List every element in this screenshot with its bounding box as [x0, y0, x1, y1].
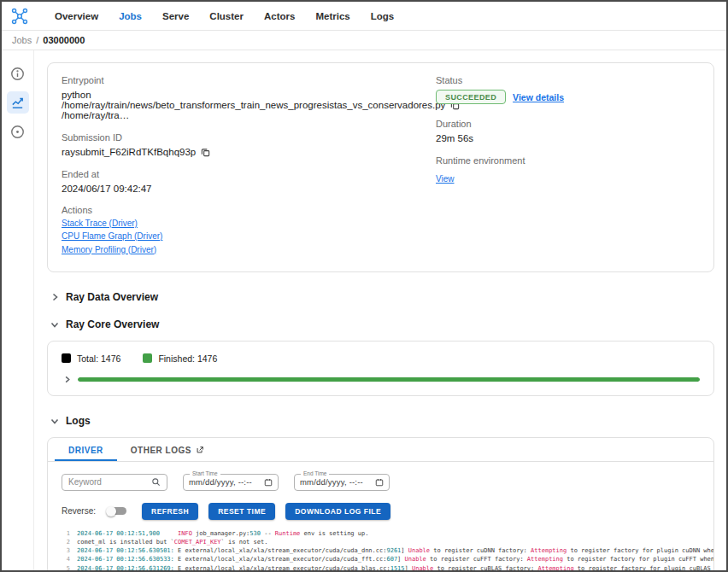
memory-profiling-link[interactable]: Memory Profiling (Driver)	[62, 246, 156, 254]
end-time-input[interactable]: End Time mm/dd/yyyy, --:--	[294, 474, 390, 491]
ray-logo-icon[interactable]	[10, 7, 29, 26]
search-icon	[151, 477, 161, 487]
info-icon	[10, 67, 25, 81]
legend-swatch-total	[62, 353, 71, 363]
status-field: Status SUCCEEDED View details	[436, 75, 700, 104]
task-legend: Total: 1476 Finished: 1476	[62, 353, 700, 364]
legend-finished-label: Finished: 1476	[158, 353, 217, 364]
start-time-value: mm/dd/yyyy, --:--	[189, 477, 261, 487]
logs-section[interactable]: Logs	[50, 415, 714, 427]
tab-other-logs-label: OTHER LOGS	[131, 446, 191, 455]
log-lines[interactable]: 12024-06-17 00:12:51,900 INFO job_manage…	[48, 529, 713, 572]
breadcrumb-jobs-link[interactable]: Jobs	[12, 35, 32, 45]
log-line: 42024-06-17 00:12:56.630533: E external/…	[48, 555, 713, 563]
ended-at-value: 2024/06/17 09:42:47	[62, 184, 152, 194]
download-log-file-button[interactable]: DOWNLOAD LOG FILE	[285, 503, 390, 520]
start-time-input[interactable]: Start Time mm/dd/yyyy, --:--	[183, 474, 279, 491]
breadcrumb-job-id: 03000000	[43, 35, 85, 45]
actions-label: Actions	[62, 206, 436, 214]
runtime-env-view-link[interactable]: View	[436, 174, 455, 184]
ended-at-label: Ended at	[62, 169, 436, 179]
legend-swatch-finished	[143, 353, 152, 363]
submission-id-label: Submission ID	[62, 132, 436, 143]
tab-driver[interactable]: DRIVER	[55, 438, 117, 461]
chart-icon	[10, 96, 25, 110]
section-title: Ray Data Overview	[66, 291, 158, 303]
reverse-toggle[interactable]	[106, 505, 128, 517]
duration-field: Duration 29m 56s	[436, 119, 700, 143]
view-details-link[interactable]: View details	[513, 92, 564, 102]
submission-id-field: Submission ID raysubmit_F62iRdTKfBqhq93p	[62, 132, 436, 157]
nav-item-overview[interactable]: Overview	[55, 11, 98, 21]
ray-data-overview-section[interactable]: Ray Data Overview	[50, 291, 714, 303]
section-title: Logs	[66, 415, 91, 427]
main-content: Entrypoint python /home/ray/train/news/b…	[34, 50, 726, 572]
task-progress-bar	[78, 377, 700, 382]
task-progress-fill	[78, 377, 700, 382]
duration-value: 29m 56s	[436, 133, 473, 143]
task-progress-row	[62, 376, 700, 383]
section-title: Ray Core Overview	[66, 318, 159, 330]
start-time-label: Start Time	[190, 470, 220, 476]
entrypoint-value: python /home/ray/train/news/beto_transfo…	[62, 90, 445, 120]
cpu-flame-graph-link[interactable]: CPU Flame Graph (Driver)	[62, 232, 162, 241]
nav-items: Overview Jobs Serve Cluster Actors Metri…	[55, 11, 394, 21]
keyword-input[interactable]: Keyword	[62, 474, 167, 491]
sidebar-item-charts[interactable]	[7, 91, 29, 114]
breadcrumb: Jobs / 03000000	[2, 31, 726, 50]
copy-icon[interactable]	[201, 148, 210, 157]
nav-item-cluster[interactable]: Cluster	[209, 11, 244, 21]
sidebar-item-info[interactable]	[7, 62, 29, 85]
calendar-icon[interactable]	[375, 478, 384, 487]
log-line: 52024-06-17 00:12:56.631269: E external/…	[48, 564, 713, 572]
refresh-button[interactable]: REFRESH	[142, 503, 198, 520]
status-badge: SUCCEEDED	[436, 90, 506, 104]
legend-total: Total: 1476	[62, 353, 120, 364]
chevron-right-icon[interactable]	[63, 376, 71, 383]
job-overview-card: Entrypoint python /home/ray/train/news/b…	[47, 62, 714, 272]
nav-item-serve[interactable]: Serve	[162, 11, 189, 21]
legend-finished: Finished: 1476	[143, 353, 217, 364]
log-line: 32024-06-17 00:12:56.630501: E external/…	[48, 546, 713, 555]
chevron-right-icon	[50, 293, 59, 301]
end-time-value: mm/dd/yyyy, --:--	[300, 477, 372, 487]
legend-total-label: Total: 1476	[77, 353, 120, 364]
entrypoint-label: Entrypoint	[62, 75, 436, 85]
log-line: 12024-06-17 00:12:51,900 INFO job_manage…	[48, 529, 713, 538]
reset-time-button[interactable]: RESET TIME	[208, 503, 275, 520]
chevron-down-icon	[50, 320, 59, 329]
overview-left-column: Entrypoint python /home/ray/train/news/b…	[62, 75, 436, 266]
stack-trace-link[interactable]: Stack Trace (Driver)	[62, 219, 138, 228]
ended-at-field: Ended at 2024/06/17 09:42:47	[62, 169, 436, 194]
tab-driver-label: DRIVER	[68, 446, 103, 455]
nav-item-actors[interactable]: Actors	[264, 11, 295, 21]
external-link-icon	[196, 446, 204, 454]
entrypoint-field: Entrypoint python /home/ray/train/news/b…	[62, 75, 436, 120]
log-line: 2comet_ml is installed but `COMET_API_KE…	[48, 538, 713, 546]
ray-core-card: Total: 1476 Finished: 1476	[47, 341, 714, 396]
log-controls: Reverse: REFRESH RESET TIME DOWNLOAD LOG…	[48, 491, 713, 523]
submission-id-value: raysubmit_F62iRdTKfBqhq93p	[62, 147, 196, 157]
chevron-down-icon	[50, 417, 59, 425]
end-time-label: End Time	[301, 470, 329, 476]
top-nav: Overview Jobs Serve Cluster Actors Metri…	[2, 2, 726, 31]
breadcrumb-separator: /	[36, 35, 38, 45]
calendar-icon[interactable]	[264, 478, 273, 487]
reverse-label: Reverse:	[62, 506, 96, 516]
log-filters: Keyword Start Time mm/dd/yyyy, --:-- E	[48, 462, 713, 491]
nav-item-jobs[interactable]: Jobs	[119, 11, 142, 21]
ray-core-overview-section[interactable]: Ray Core Overview	[50, 318, 714, 330]
target-icon	[10, 125, 25, 139]
nav-item-logs[interactable]: Logs	[371, 11, 394, 21]
icon-sidebar	[2, 50, 34, 572]
app-window: Overview Jobs Serve Cluster Actors Metri…	[0, 0, 728, 572]
overview-right-column: Status SUCCEEDED View details Duration 2…	[436, 75, 700, 266]
status-label: Status	[436, 75, 700, 85]
keyword-placeholder: Keyword	[68, 477, 146, 487]
sidebar-item-events[interactable]	[7, 120, 29, 143]
tab-other-logs[interactable]: OTHER LOGS	[117, 438, 218, 461]
runtime-env-field: Runtime environment View	[436, 155, 700, 185]
nav-item-metrics[interactable]: Metrics	[315, 11, 349, 21]
duration-label: Duration	[436, 119, 700, 129]
logs-card: DRIVER OTHER LOGS Keyword	[47, 437, 714, 572]
